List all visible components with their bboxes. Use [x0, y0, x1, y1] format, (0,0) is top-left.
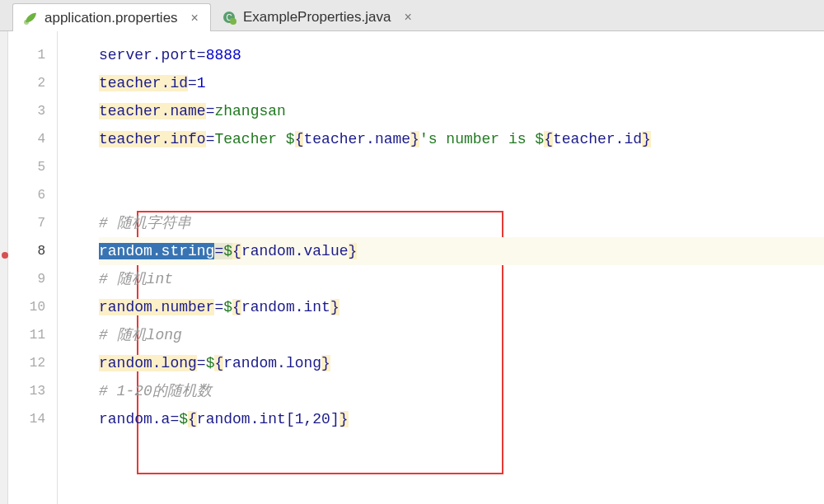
- token: $: [223, 243, 232, 259]
- token: random.number: [99, 299, 214, 315]
- line-number[interactable]: 8: [8, 237, 57, 265]
- code-line[interactable]: random.string=${random.value}: [99, 237, 824, 265]
- token: $: [286, 131, 295, 147]
- token: =: [214, 243, 223, 259]
- tab-example-properties-java[interactable]: C ExampleProperties.java ×: [211, 2, 424, 30]
- token: =: [206, 131, 215, 147]
- line-number[interactable]: 13: [8, 377, 57, 405]
- token: $: [535, 131, 544, 147]
- code-line[interactable]: random.a=${random.int[1,20]}: [99, 405, 824, 433]
- token: teacher.name: [303, 131, 410, 147]
- left-margin: [0, 31, 8, 504]
- token: 8888: [206, 47, 241, 63]
- code-line[interactable]: teacher.name=zhangsan: [99, 97, 824, 125]
- line-number[interactable]: 9: [8, 265, 57, 293]
- line-number[interactable]: 1: [8, 41, 57, 69]
- code-line[interactable]: teacher.id=1: [99, 69, 824, 97]
- java-class-icon: C: [222, 10, 236, 25]
- token: Teacher: [214, 131, 285, 147]
- code-line[interactable]: # 随机字符串: [99, 209, 824, 237]
- token: }: [321, 355, 330, 371]
- token: server.port: [99, 47, 197, 63]
- tab-label: ExampleProperties.java: [243, 9, 391, 26]
- breakpoint-marker[interactable]: [2, 252, 8, 259]
- token: {: [214, 355, 223, 371]
- spring-leaf-icon: [23, 11, 38, 26]
- token: # 随机long: [99, 327, 182, 343]
- token: $: [223, 299, 232, 315]
- code-line[interactable]: # 随机int: [99, 265, 824, 293]
- token: # 随机int: [99, 271, 173, 287]
- token: random.string: [99, 243, 214, 259]
- token: random.int: [241, 299, 330, 315]
- token: random.int[1,20]: [197, 411, 339, 427]
- token: =: [188, 75, 197, 91]
- tab-bar: application.properties × C ExampleProper…: [0, 0, 824, 31]
- token: }: [642, 131, 651, 147]
- token: random.value: [241, 243, 349, 259]
- token: =: [197, 355, 206, 371]
- token: $: [179, 411, 188, 427]
- token: teacher.name: [99, 103, 206, 119]
- token: }: [410, 131, 419, 147]
- tab-label: application.properties: [44, 10, 178, 26]
- token: }: [330, 299, 339, 315]
- code-line[interactable]: random.number=${random.int}: [99, 293, 824, 321]
- line-number[interactable]: 14: [8, 405, 57, 433]
- token: =: [214, 299, 223, 315]
- code-line[interactable]: [99, 153, 824, 181]
- token: teacher.id: [553, 131, 642, 147]
- line-number[interactable]: 12: [8, 349, 57, 377]
- token: {: [295, 131, 304, 147]
- token: $: [206, 355, 215, 371]
- tab-application-properties[interactable]: application.properties ×: [12, 3, 211, 31]
- line-number[interactable]: 6: [8, 181, 57, 209]
- token: 1: [197, 75, 206, 91]
- token: teacher.info: [99, 131, 206, 147]
- line-number[interactable]: 10: [8, 293, 57, 321]
- svg-point-0: [24, 20, 29, 25]
- line-number[interactable]: 3: [8, 97, 57, 125]
- code-line[interactable]: random.long=${random.long}: [99, 349, 824, 377]
- token: {: [232, 243, 241, 259]
- line-number[interactable]: 7: [8, 209, 57, 237]
- token: random.long: [223, 355, 321, 371]
- close-icon[interactable]: ×: [190, 11, 200, 26]
- token: 's number is: [419, 131, 535, 147]
- token: zhangsan: [214, 103, 285, 119]
- line-number[interactable]: 2: [8, 69, 57, 97]
- editor: 1234567891011121314 server.port=8888teac…: [0, 31, 824, 504]
- close-icon[interactable]: ×: [402, 10, 413, 25]
- line-number[interactable]: 11: [8, 321, 57, 349]
- code-line[interactable]: [99, 181, 824, 209]
- line-number[interactable]: 5: [8, 153, 57, 181]
- token: # 随机字符串: [99, 215, 191, 231]
- token: random.a: [99, 411, 170, 427]
- token: }: [349, 243, 358, 259]
- code-line[interactable]: server.port=8888: [99, 41, 824, 69]
- code-line[interactable]: # 1-20的随机数: [99, 377, 824, 405]
- token: {: [188, 411, 197, 427]
- line-number[interactable]: 4: [8, 125, 57, 153]
- gutter[interactable]: 1234567891011121314: [8, 31, 58, 504]
- token: {: [544, 131, 553, 147]
- code-line[interactable]: # 随机long: [99, 321, 824, 349]
- token: }: [339, 411, 349, 427]
- token: {: [232, 299, 241, 315]
- code-line[interactable]: teacher.info=Teacher ${teacher.name}'s n…: [99, 125, 824, 153]
- token: teacher.id: [99, 75, 188, 91]
- token: =: [170, 411, 179, 427]
- svg-point-3: [230, 18, 236, 25]
- token: =: [197, 47, 206, 63]
- token: # 1-20的随机数: [99, 383, 212, 399]
- code-area[interactable]: server.port=8888teacher.id=1teacher.name…: [58, 31, 824, 504]
- token: random.long: [99, 355, 197, 371]
- token: =: [206, 103, 215, 119]
